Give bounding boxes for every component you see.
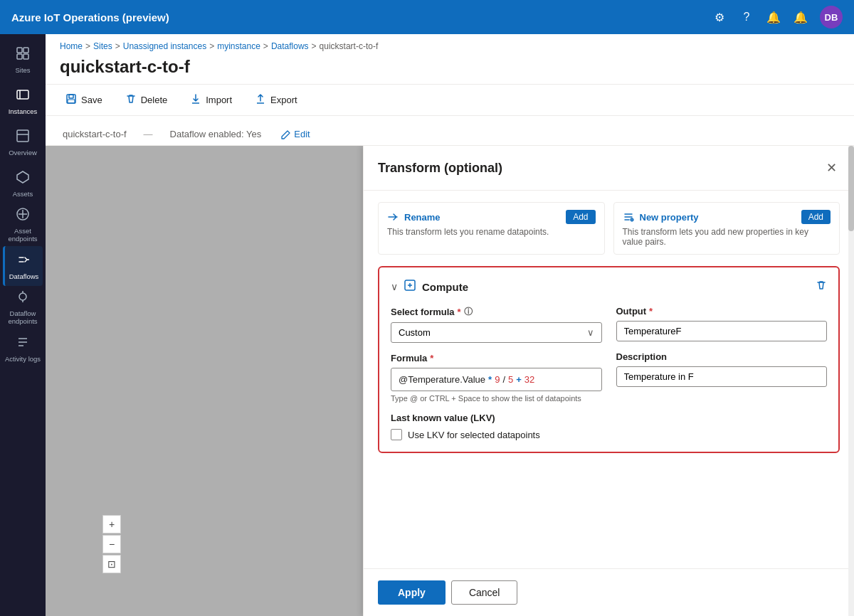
svg-rect-3: [23, 54, 28, 59]
settings-icon[interactable]: ⚙: [712, 9, 727, 25]
help-icon[interactable]: ?: [739, 9, 754, 25]
avatar[interactable]: DB: [820, 6, 843, 28]
asset-endpoints-icon: [16, 207, 30, 225]
sidebar-item-dataflows[interactable]: Dataflows: [3, 246, 43, 286]
sidebar-item-activity-logs[interactable]: Activity logs: [3, 329, 43, 368]
compute-left-col: Select formula * ⓘ Custom ∨ Formula: [391, 306, 602, 440]
new-property-card-title: New property: [640, 212, 699, 223]
sidebar-item-asset-endpoints[interactable]: Asset endpoints: [3, 205, 43, 245]
formula-select-label: Select formula * ⓘ: [391, 306, 602, 318]
breadcrumb-myinstance[interactable]: myinstance: [217, 41, 260, 51]
sidebar-item-overview-label: Overview: [9, 149, 37, 156]
breadcrumb-home[interactable]: Home: [60, 41, 83, 51]
compute-title: Compute: [422, 281, 810, 293]
toolbar: Save Delete Import Export: [46, 84, 854, 116]
apply-button[interactable]: Apply: [378, 580, 446, 605]
panel-title: Transform (optional): [378, 161, 502, 176]
rename-card-title: Rename: [404, 212, 441, 223]
breadcrumb-sep1: >: [85, 41, 90, 51]
breadcrumb: Home > Sites > Unassigned instances > my…: [46, 34, 854, 54]
compute-section: ∨ Compute: [378, 266, 840, 453]
transform-panel: Transform (optional) ✕ Rename Add: [363, 146, 854, 616]
notification-icon[interactable]: 🔔: [793, 9, 808, 25]
breadcrumb-dataflows[interactable]: Dataflows: [271, 41, 309, 51]
topbar: Azure IoT Operations (preview) ⚙ ? 🔔 🔔 D…: [0, 0, 854, 34]
sidebar-item-asset-endpoints-label: Asset endpoints: [3, 227, 43, 243]
output-input[interactable]: [616, 321, 828, 341]
new-property-add-button[interactable]: Add: [801, 210, 831, 224]
breadcrumb-unassigned-instances[interactable]: Unassigned instances: [123, 41, 206, 51]
svg-rect-19: [67, 95, 75, 103]
panel-header: Transform (optional) ✕: [364, 146, 854, 191]
panel-body: Rename Add This transform lets you renam…: [364, 191, 854, 568]
svg-point-13: [19, 293, 26, 300]
rename-add-button[interactable]: Add: [566, 210, 595, 224]
breadcrumb-current: quickstart-c-to-f: [320, 41, 379, 51]
svg-rect-1: [23, 48, 28, 53]
export-icon: [255, 93, 266, 107]
app-title: Azure IoT Operations (preview): [11, 11, 712, 23]
breadcrumb-sep5: >: [312, 41, 317, 51]
description-input[interactable]: [616, 366, 828, 387]
zoom-controls: + − ⊡: [102, 515, 121, 573]
formula-op-plus: +: [516, 374, 522, 385]
rename-card: Rename Add This transform lets you renam…: [378, 202, 605, 255]
import-label: Import: [206, 95, 232, 105]
save-button[interactable]: Save: [60, 90, 108, 110]
compute-fields: Select formula * ⓘ Custom ∨ Formula: [391, 306, 827, 440]
import-button[interactable]: Import: [184, 90, 238, 110]
compute-delete-icon[interactable]: [816, 280, 827, 294]
zoom-fit-button[interactable]: ⊡: [102, 555, 121, 573]
close-button[interactable]: ✕: [823, 157, 840, 179]
export-label: Export: [270, 95, 297, 105]
export-button[interactable]: Export: [249, 90, 303, 110]
formula-text-at: @Temperature.Value: [399, 374, 485, 385]
sidebar-item-dataflow-endpoints-label: Dataflow endpoints: [3, 309, 43, 325]
sidebar-item-sites[interactable]: Sites: [3, 40, 43, 80]
breadcrumb-sep3: >: [209, 41, 214, 51]
chevron-down-icon: ∨: [587, 327, 594, 338]
instances-icon: [16, 87, 30, 105]
formula-select-value: Custom: [399, 327, 431, 338]
scrollbar-thumb[interactable]: [848, 146, 854, 231]
cancel-button[interactable]: Cancel: [451, 580, 518, 605]
edit-button[interactable]: Edit: [281, 129, 310, 139]
sidebar-item-sites-label: Sites: [15, 66, 30, 74]
overview-icon: [16, 129, 30, 147]
diagram-area: + − ⊡ Transform (optional) ✕: [46, 146, 854, 616]
svg-rect-4: [17, 90, 28, 99]
formula-select[interactable]: Custom ∨: [391, 322, 602, 343]
compute-header: ∨ Compute: [391, 279, 827, 294]
delete-button[interactable]: Delete: [120, 90, 174, 110]
formula-info-icon[interactable]: ⓘ: [464, 306, 473, 318]
tab-name: quickstart-c-to-f: [60, 123, 130, 145]
scrollbar-track[interactable]: [848, 146, 854, 616]
page-title: quickstart-c-to-f: [46, 54, 854, 84]
sidebar-item-instances[interactable]: Instances: [3, 81, 43, 121]
sidebar-item-activity-logs-label: Activity logs: [5, 355, 41, 363]
collapse-icon[interactable]: ∨: [391, 281, 398, 292]
topbar-icons: ⚙ ? 🔔 🔔 DB: [712, 6, 843, 28]
transform-cards: Rename Add This transform lets you renam…: [378, 202, 840, 255]
compute-icon: [404, 279, 416, 294]
lkv-checkbox-label: Use LKV for selected datapoints: [408, 430, 540, 440]
sidebar-item-instances-label: Instances: [9, 107, 38, 115]
zoom-out-button[interactable]: −: [102, 535, 121, 553]
sidebar-item-dataflow-endpoints[interactable]: Dataflow endpoints: [3, 287, 43, 327]
bell-icon[interactable]: 🔔: [766, 9, 781, 25]
zoom-in-button[interactable]: +: [102, 515, 121, 533]
sidebar-item-overview[interactable]: Overview: [3, 122, 43, 162]
sidebar-item-dataflows-label: Dataflows: [9, 272, 39, 280]
sidebar-item-assets-label: Assets: [13, 190, 33, 198]
dataflows-icon: [17, 253, 31, 270]
activity-logs-icon: [16, 335, 30, 353]
new-property-card: New property Add This transform lets you…: [613, 202, 840, 255]
svg-rect-2: [17, 54, 22, 59]
formula-num-9: 9: [495, 374, 500, 385]
sidebar-item-assets[interactable]: Assets: [3, 164, 43, 203]
breadcrumb-sites[interactable]: Sites: [93, 41, 112, 51]
new-property-card-text: This transform lets you add new properti…: [623, 227, 831, 247]
formula-expr-field[interactable]: @Temperature.Value * 9 / 5 + 32: [391, 368, 602, 391]
lkv-checkbox[interactable]: [391, 429, 402, 440]
formula-num-5: 5: [508, 374, 513, 385]
